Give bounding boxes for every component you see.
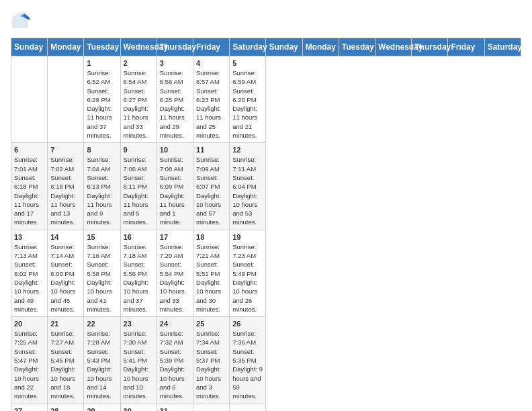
- day-number: 5: [232, 59, 263, 67]
- day-number: 26: [232, 320, 263, 328]
- calendar-cell: 8Sunrise: 7:04 AM Sunset: 6:13 PM Daylig…: [84, 143, 120, 230]
- cell-info: Sunrise: 7:01 AM Sunset: 6:18 PM Dayligh…: [14, 155, 44, 226]
- calendar-cell: 19Sunrise: 7:23 AM Sunset: 5:49 PM Dayli…: [230, 230, 266, 316]
- calendar-cell: 13Sunrise: 7:13 AM Sunset: 6:02 PM Dayli…: [11, 230, 48, 316]
- calendar-cell: [230, 404, 266, 411]
- calendar-cell: 20Sunrise: 7:25 AM Sunset: 5:47 PM Dayli…: [11, 317, 48, 404]
- cell-info: Sunrise: 7:36 AM Sunset: 5:35 PM Dayligh…: [232, 329, 263, 400]
- calendar-cell: 3Sunrise: 6:56 AM Sunset: 6:25 PM Daylig…: [157, 56, 193, 143]
- calendar-cell: [48, 56, 84, 143]
- calendar-cell: 25Sunrise: 7:34 AM Sunset: 5:37 PM Dayli…: [193, 317, 230, 404]
- cell-info: Sunrise: 7:04 AM Sunset: 6:13 PM Dayligh…: [87, 155, 117, 226]
- cell-info: Sunrise: 6:54 AM Sunset: 6:27 PM Dayligh…: [124, 68, 154, 140]
- day-of-week-header: Sunday: [11, 38, 48, 56]
- calendar-cell: 27Sunrise: 6:37 AM Sunset: 4:33 PM Dayli…: [11, 404, 48, 411]
- day-header: Sunday: [266, 38, 302, 56]
- day-of-week-header: Tuesday: [84, 38, 120, 56]
- calendar-cell: 7Sunrise: 7:02 AM Sunset: 6:16 PM Daylig…: [48, 143, 84, 230]
- day-of-week-header: Wednesday: [120, 38, 157, 56]
- calendar-cell: 21Sunrise: 7:27 AM Sunset: 5:45 PM Dayli…: [48, 317, 84, 404]
- day-number: 18: [196, 233, 226, 241]
- cell-info: Sunrise: 7:09 AM Sunset: 6:07 PM Dayligh…: [196, 155, 226, 226]
- day-number: 17: [160, 233, 190, 241]
- calendar-cell: 30Sunrise: 6:43 AM Sunset: 4:27 PM Dayli…: [120, 404, 157, 411]
- calendar-week-row: 20Sunrise: 7:25 AM Sunset: 5:47 PM Dayli…: [11, 317, 521, 404]
- cell-info: Sunrise: 7:02 AM Sunset: 6:16 PM Dayligh…: [50, 155, 81, 226]
- day-of-week-header: Saturday: [230, 38, 266, 56]
- day-number: 14: [50, 233, 81, 241]
- cell-info: Sunrise: 7:23 AM Sunset: 5:49 PM Dayligh…: [232, 242, 263, 314]
- day-number: 10: [160, 146, 190, 154]
- calendar-cell: 5Sunrise: 6:59 AM Sunset: 6:20 PM Daylig…: [230, 56, 266, 143]
- day-of-week-header: Thursday: [157, 38, 193, 56]
- cell-info: Sunrise: 6:52 AM Sunset: 6:29 PM Dayligh…: [87, 68, 117, 140]
- calendar-cell: 4Sunrise: 6:57 AM Sunset: 6:23 PM Daylig…: [193, 56, 230, 143]
- day-number: 21: [50, 320, 81, 328]
- cell-info: Sunrise: 7:32 AM Sunset: 5:39 PM Dayligh…: [160, 329, 190, 400]
- calendar-cell: 16Sunrise: 7:18 AM Sunset: 5:56 PM Dayli…: [120, 230, 157, 316]
- calendar-table: SundayMondayTuesdayWednesdayThursdayFrid…: [11, 38, 521, 411]
- cell-info: Sunrise: 7:30 AM Sunset: 5:41 PM Dayligh…: [124, 329, 154, 400]
- calendar-week-row: 1Sunrise: 6:52 AM Sunset: 6:29 PM Daylig…: [11, 56, 521, 143]
- svg-marker-0: [12, 12, 28, 28]
- cell-info: Sunrise: 7:34 AM Sunset: 5:37 PM Dayligh…: [196, 329, 226, 400]
- day-number: 28: [50, 407, 81, 412]
- cell-info: Sunrise: 7:11 AM Sunset: 6:04 PM Dayligh…: [232, 155, 263, 226]
- day-number: 8: [87, 146, 117, 154]
- day-number: 3: [160, 59, 190, 67]
- calendar-cell: 1Sunrise: 6:52 AM Sunset: 6:29 PM Daylig…: [84, 56, 120, 143]
- calendar-cell: 22Sunrise: 7:28 AM Sunset: 5:43 PM Dayli…: [84, 317, 120, 404]
- day-number: 12: [232, 146, 263, 154]
- calendar-cell: 26Sunrise: 7:36 AM Sunset: 5:35 PM Dayli…: [230, 317, 266, 404]
- calendar-cell: 2Sunrise: 6:54 AM Sunset: 6:27 PM Daylig…: [120, 56, 157, 143]
- calendar-cell: 23Sunrise: 7:30 AM Sunset: 5:41 PM Dayli…: [120, 317, 157, 404]
- calendar-cell: 15Sunrise: 7:16 AM Sunset: 5:58 PM Dayli…: [84, 230, 120, 316]
- calendar-cell: 11Sunrise: 7:09 AM Sunset: 6:07 PM Dayli…: [193, 143, 230, 230]
- calendar-cell: 10Sunrise: 7:08 AM Sunset: 6:09 PM Dayli…: [157, 143, 193, 230]
- day-number: 22: [87, 320, 117, 328]
- day-number: 25: [196, 320, 226, 328]
- day-number: 4: [196, 59, 226, 67]
- header: [11, 11, 521, 30]
- day-number: 19: [232, 233, 263, 241]
- calendar-cell: 14Sunrise: 7:14 AM Sunset: 6:00 PM Dayli…: [48, 230, 84, 316]
- calendar-cell: [11, 56, 48, 143]
- calendar-cell: 24Sunrise: 7:32 AM Sunset: 5:39 PM Dayli…: [157, 317, 193, 404]
- calendar-cell: 18Sunrise: 7:21 AM Sunset: 5:51 PM Dayli…: [193, 230, 230, 316]
- cell-info: Sunrise: 6:59 AM Sunset: 6:20 PM Dayligh…: [232, 68, 263, 140]
- day-number: 23: [124, 320, 154, 328]
- calendar-cell: 31Sunrise: 6:44 AM Sunset: 4:25 PM Dayli…: [157, 404, 193, 411]
- cell-info: Sunrise: 7:21 AM Sunset: 5:51 PM Dayligh…: [196, 242, 226, 314]
- calendar-cell: 29Sunrise: 6:41 AM Sunset: 4:29 PM Dayli…: [84, 404, 120, 411]
- day-number: 20: [14, 320, 44, 328]
- day-header: Wednesday: [375, 38, 412, 56]
- day-header: Tuesday: [339, 38, 375, 56]
- day-of-week-header: Monday: [48, 38, 84, 56]
- day-of-week-header: Friday: [193, 38, 230, 56]
- calendar-week-row: 13Sunrise: 7:13 AM Sunset: 6:02 PM Dayli…: [11, 230, 521, 316]
- calendar-cell: 28Sunrise: 6:39 AM Sunset: 4:31 PM Dayli…: [48, 404, 84, 411]
- cell-info: Sunrise: 6:56 AM Sunset: 6:25 PM Dayligh…: [160, 68, 190, 140]
- header-row: SundayMondayTuesdayWednesdayThursdayFrid…: [11, 38, 521, 56]
- logo: [11, 11, 32, 30]
- day-header: Thursday: [412, 38, 448, 56]
- day-number: 24: [160, 320, 190, 328]
- cell-info: Sunrise: 7:20 AM Sunset: 5:54 PM Dayligh…: [160, 242, 190, 314]
- day-number: 30: [124, 407, 154, 412]
- day-number: 31: [160, 407, 190, 412]
- day-number: 27: [14, 407, 44, 412]
- cell-info: Sunrise: 7:25 AM Sunset: 5:47 PM Dayligh…: [14, 329, 44, 400]
- cell-info: Sunrise: 7:18 AM Sunset: 5:56 PM Dayligh…: [124, 242, 154, 314]
- calendar-cell: 17Sunrise: 7:20 AM Sunset: 5:54 PM Dayli…: [157, 230, 193, 316]
- calendar-cell: 6Sunrise: 7:01 AM Sunset: 6:18 PM Daylig…: [11, 143, 48, 230]
- day-number: 15: [87, 233, 117, 241]
- cell-info: Sunrise: 6:57 AM Sunset: 6:23 PM Dayligh…: [196, 68, 226, 140]
- calendar-cell: 12Sunrise: 7:11 AM Sunset: 6:04 PM Dayli…: [230, 143, 266, 230]
- cell-info: Sunrise: 7:28 AM Sunset: 5:43 PM Dayligh…: [87, 329, 117, 400]
- day-number: 7: [50, 146, 81, 154]
- cell-info: Sunrise: 7:06 AM Sunset: 6:11 PM Dayligh…: [124, 155, 154, 226]
- calendar-week-row: 6Sunrise: 7:01 AM Sunset: 6:18 PM Daylig…: [11, 143, 521, 230]
- day-header: Saturday: [484, 38, 521, 56]
- day-number: 2: [124, 59, 154, 67]
- day-number: 11: [196, 146, 226, 154]
